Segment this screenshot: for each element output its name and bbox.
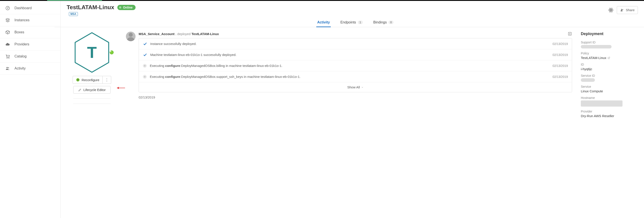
external-link-icon xyxy=(608,56,610,59)
tab-label: Endpoints xyxy=(340,20,356,24)
feed-text: Machine testlatam-linux-eb-01k1o-1 succe… xyxy=(150,52,550,57)
meta-value-provider: Dry-Run AWS Reseller xyxy=(581,114,638,118)
feed-row: Executing configure:DeployManagedOSBox.b… xyxy=(139,60,572,71)
tab-count: 1 xyxy=(358,20,363,24)
main-content: TestLATAM-Linux Online MSA Share Act xyxy=(60,1,644,218)
stack-icon xyxy=(5,18,10,22)
download-box-icon[interactable] xyxy=(568,32,572,36)
instance-hexagon: T xyxy=(73,32,110,73)
user-silhouette-icon xyxy=(126,32,136,41)
tab-bindings[interactable]: Bindings 0 xyxy=(372,19,394,27)
svg-point-6 xyxy=(610,10,611,10)
meta-label-service: Service xyxy=(581,85,638,88)
hex-letter: T xyxy=(87,44,97,62)
share-button[interactable]: Share xyxy=(617,6,638,14)
feed-row: Machine testlatam-linux-eb-01k1o-1 succe… xyxy=(139,49,572,60)
deployment-meta: Deployment Support ID Policy TestLATAM-L… xyxy=(581,32,638,212)
gear-icon xyxy=(143,75,147,79)
gauge-icon xyxy=(5,6,10,10)
annotation-arrow xyxy=(117,86,125,90)
svg-point-1 xyxy=(8,8,8,8)
meta-label-provider: Provider xyxy=(581,110,638,113)
status-dot-icon xyxy=(119,6,121,8)
svg-point-24 xyxy=(144,65,145,66)
feed-footer-date: 02/13/2019 xyxy=(139,96,572,99)
sidebar: Dashboard Instances Boxes Providers Cata… xyxy=(0,1,60,218)
meta-value-policy: TestLATAM-Linux xyxy=(581,56,606,60)
meta-label-policy: Policy xyxy=(581,52,638,55)
check-icon xyxy=(143,53,147,57)
play-button[interactable] xyxy=(110,50,114,54)
redacted-value xyxy=(581,100,622,106)
lifecycle-editor-button[interactable]: Lifecycle Editor xyxy=(73,86,110,94)
policy-link[interactable]: TestLATAM-Linux xyxy=(581,56,638,60)
tab-endpoints[interactable]: Endpoints 1 xyxy=(340,19,364,27)
sidebar-item-dashboard[interactable]: Dashboard xyxy=(0,2,60,14)
lifecycle-label: Lifecycle Editor xyxy=(83,88,106,92)
sidebar-item-boxes[interactable]: Boxes xyxy=(0,26,60,38)
page-header: TestLATAM-Linux Online MSA Share xyxy=(60,1,644,16)
sidebar-item-providers[interactable]: Providers xyxy=(0,38,60,50)
separator xyxy=(73,104,110,104)
reconfigure-label: Reconfigure xyxy=(82,78,99,82)
feed-date: 02/13/2019 xyxy=(552,42,568,46)
svg-marker-13 xyxy=(110,51,112,52)
arrow-left-icon xyxy=(117,86,125,90)
meta-label-id: ID xyxy=(581,63,638,66)
svg-marker-21 xyxy=(117,87,119,89)
feed-target: TestLATAM-Linux xyxy=(192,32,219,36)
sidebar-item-label: Providers xyxy=(14,42,30,46)
share-icon xyxy=(620,8,624,12)
feed-date: 02/13/2019 xyxy=(552,64,568,68)
sidebar-item-label: Dashboard xyxy=(14,6,32,10)
pencil-icon xyxy=(78,88,82,92)
check-icon xyxy=(143,42,147,46)
meta-value-service: Linux Compute xyxy=(581,89,638,93)
feed-text: Executing configure:DeployManagedOSBox.s… xyxy=(150,74,550,79)
tab-label: Activity xyxy=(317,20,330,24)
more-actions-button[interactable]: ⋮ xyxy=(103,76,111,84)
show-all-button[interactable]: Show All xyxy=(139,82,572,92)
share-label: Share xyxy=(626,8,634,12)
svg-point-25 xyxy=(144,76,145,77)
svg-point-11 xyxy=(622,9,623,10)
feed-date: 02/13/2019 xyxy=(552,75,568,78)
meta-label-hostname: Hostname xyxy=(581,96,638,100)
cube-icon xyxy=(5,30,10,35)
svg-point-10 xyxy=(621,9,622,10)
avatar xyxy=(126,32,136,41)
sidebar-item-instances[interactable]: Instances xyxy=(0,14,60,26)
separator xyxy=(73,98,110,99)
tab-activity[interactable]: Activity xyxy=(316,19,331,27)
svg-point-22 xyxy=(129,33,133,37)
reconfigure-button[interactable]: Reconfigure xyxy=(72,76,103,84)
redacted-value xyxy=(581,45,612,48)
tabs: Activity Endpoints 1 Bindings 0 xyxy=(54,16,644,27)
meta-label-service-id: Service ID xyxy=(581,74,638,78)
meta-value-id: i-hyq6jc xyxy=(581,67,638,71)
chevron-down-icon xyxy=(361,86,364,88)
show-all-label: Show All xyxy=(347,85,360,89)
feed-date: 02/13/2019 xyxy=(552,53,568,56)
sidebar-item-catalog[interactable]: Catalog xyxy=(0,50,60,62)
status-badge: Online xyxy=(117,5,136,10)
svg-point-2 xyxy=(7,58,8,58)
redacted-value xyxy=(581,78,595,82)
activity-feed: MSA_Service_Account . deployed TestLATAM… xyxy=(126,32,572,212)
meta-section-title: Deployment xyxy=(581,32,638,36)
cart-icon xyxy=(5,54,10,59)
status-label: Online xyxy=(123,6,133,9)
svg-point-4 xyxy=(6,67,8,68)
sidebar-item-activity[interactable]: Activity xyxy=(0,62,60,74)
svg-point-5 xyxy=(8,67,9,68)
atom-icon[interactable] xyxy=(608,7,614,13)
gear-icon xyxy=(143,64,147,68)
feed-user: MSA_Service_Account xyxy=(139,32,174,36)
sidebar-item-label: Catalog xyxy=(14,54,26,58)
meta-label-support-id: Support ID xyxy=(581,40,638,44)
feed-headline: MSA_Service_Account . deployed TestLATAM… xyxy=(139,32,219,36)
sidebar-item-label: Boxes xyxy=(14,30,24,34)
tab-label: Bindings xyxy=(373,20,387,24)
feed-text: Instance successfully deployed. xyxy=(150,42,550,46)
page-title: TestLATAM-Linux xyxy=(67,4,114,11)
